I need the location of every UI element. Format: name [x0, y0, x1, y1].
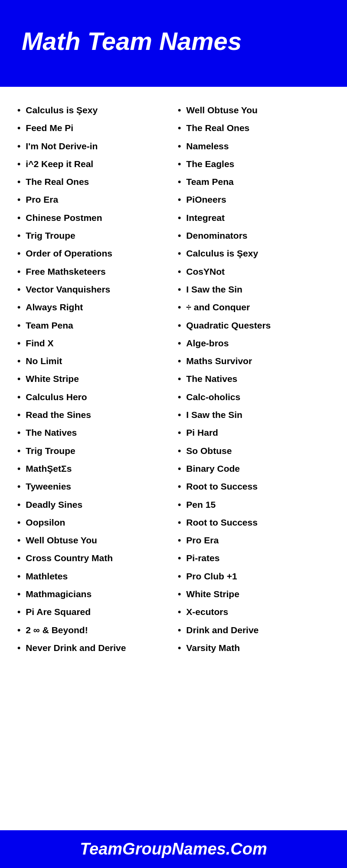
list-item: Deadly Sines — [17, 499, 169, 510]
list-item: So Obtuse — [178, 445, 330, 457]
list-item: Pi Are Squared — [17, 606, 169, 618]
right-column: Well Obtuse YouThe Real OnesNamelessThe … — [174, 104, 334, 660]
list-item: Integreat — [178, 212, 330, 224]
list-item: PiOneers — [178, 194, 330, 205]
list-item: i^2 Keep it Real — [17, 158, 169, 170]
list-item: Read the Sines — [17, 409, 169, 421]
list-item: Varsity Math — [178, 642, 330, 654]
list-item: Find X — [17, 337, 169, 349]
columns-container: Calculus is ŞexyFeed Me PiI'm Not Derive… — [13, 104, 334, 660]
list-item: Calculus is Şexy — [17, 104, 169, 116]
list-item: Calculus Hero — [17, 391, 169, 403]
list-item: Quadratic Questers — [178, 319, 330, 331]
list-item: White Stripe — [17, 373, 169, 385]
list-item: No Limit — [17, 355, 169, 367]
page-footer: TeamGroupNames.Com — [0, 830, 347, 868]
list-item: Root to Success — [178, 480, 330, 492]
footer-label: TeamGroupNames.Com — [80, 840, 267, 858]
list-item: Feed Me Pi — [17, 122, 169, 134]
list-item: I'm Not Derive-in — [17, 140, 169, 152]
list-item: Denominators — [178, 230, 330, 241]
list-item: Maths Survivor — [178, 355, 330, 367]
list-item: The Real Ones — [178, 122, 330, 134]
list-item: MathŞetΣs — [17, 463, 169, 474]
list-item: Trig Troupe — [17, 445, 169, 457]
left-list: Calculus is ŞexyFeed Me PiI'm Not Derive… — [17, 104, 169, 654]
list-item: Mathmagicians — [17, 588, 169, 600]
list-item: Pi-rates — [178, 552, 330, 564]
list-item: Binary Code — [178, 463, 330, 474]
list-item: Pro Club +1 — [178, 570, 330, 582]
page-header: Math Team Names — [0, 0, 347, 87]
left-column: Calculus is ŞexyFeed Me PiI'm Not Derive… — [13, 104, 174, 660]
list-item: Team Pena — [178, 176, 330, 187]
list-item: Drink and Derive — [178, 624, 330, 636]
list-item: Pi Hard — [178, 427, 330, 438]
main-content: Calculus is ŞexyFeed Me PiI'm Not Derive… — [0, 87, 347, 830]
list-item: Mathletes — [17, 570, 169, 582]
list-item: Oopsilon — [17, 516, 169, 528]
list-item: Always Right — [17, 301, 169, 313]
list-item: The Natives — [178, 373, 330, 385]
list-item: Well Obtuse You — [178, 104, 330, 116]
list-item: I Saw the Sin — [178, 283, 330, 295]
right-list: Well Obtuse YouThe Real OnesNamelessThe … — [178, 104, 330, 654]
list-item: Alge-bros — [178, 337, 330, 349]
list-item: Order of Operations — [17, 247, 169, 259]
list-item: Free Mathsketeers — [17, 266, 169, 277]
list-item: The Eagles — [178, 158, 330, 170]
page-title: Math Team Names — [22, 27, 242, 55]
list-item: Team Pena — [17, 319, 169, 331]
list-item: Chinese Postmen — [17, 212, 169, 224]
list-item: CosYNot — [178, 266, 330, 277]
list-item: Pen 15 — [178, 499, 330, 510]
list-item: White Stripe — [178, 588, 330, 600]
list-item: Trig Troupe — [17, 230, 169, 241]
list-item: Calculus is Şexy — [178, 247, 330, 259]
list-item: X-ecutors — [178, 606, 330, 618]
list-item: The Real Ones — [17, 176, 169, 187]
list-item: ÷ and Conquer — [178, 301, 330, 313]
list-item: Tyweenies — [17, 480, 169, 492]
list-item: Vector Vanquishers — [17, 283, 169, 295]
list-item: Pro Era — [17, 194, 169, 205]
list-item: Nameless — [178, 140, 330, 152]
list-item: The Natives — [17, 427, 169, 438]
list-item: Calc-oholics — [178, 391, 330, 403]
list-item: Never Drink and Derive — [17, 642, 169, 654]
list-item: Pro Era — [178, 534, 330, 546]
list-item: Root to Success — [178, 516, 330, 528]
list-item: 2 ∞ & Beyond! — [17, 624, 169, 636]
list-item: Well Obtuse You — [17, 534, 169, 546]
list-item: Cross Country Math — [17, 552, 169, 564]
list-item: I Saw the Sin — [178, 409, 330, 421]
